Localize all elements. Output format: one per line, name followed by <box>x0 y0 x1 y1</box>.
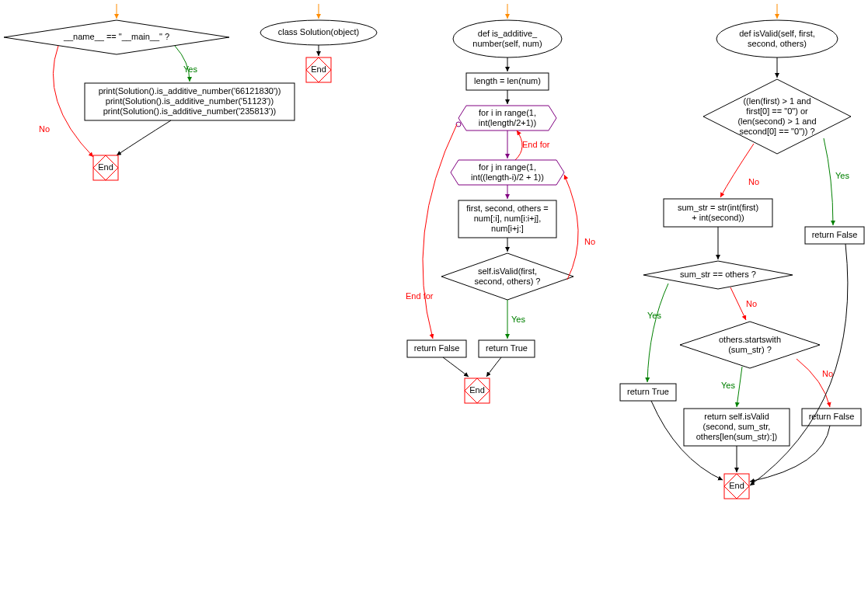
funcdef-additive-l2: number(self, num) <box>472 39 542 48</box>
edge-startswith-no <box>797 359 830 407</box>
loop-i: for i in range(1, int(length/2+1)) <box>458 106 556 130</box>
edge-endfor-inner <box>515 130 522 160</box>
process-sumstr-l2: + int(second)) <box>692 213 744 222</box>
return-false-c2-text: return False <box>414 343 460 353</box>
funcdef-isvalid-l2: second, others) <box>748 39 807 48</box>
end-class-text: End <box>311 64 326 74</box>
edge-isvalid-no-label: No <box>584 237 595 246</box>
return-false-c3a-text: return False <box>812 230 858 239</box>
end-c3-text: End <box>729 481 744 490</box>
decision-leadzero: ((len(first) > 1 and first[0] == "0") or… <box>703 79 851 154</box>
decision-isvalid: self.isValid(first, second, others) ? <box>441 253 573 300</box>
process-sumstr-l1: sum_str = str(int(first) <box>678 203 758 212</box>
process-split-l1: first, second, others = <box>466 204 548 213</box>
process-split-l2: num[:i], num[i:i+j], <box>474 214 542 223</box>
process-recurse: return self.isValid (second, sum_str, ot… <box>684 409 790 446</box>
process-split: first, second, others = num[:i], num[i:i… <box>458 200 556 238</box>
edge-endfor-inner-label: End for <box>522 140 550 149</box>
loop-j-l1: for j in range(1, <box>479 162 536 172</box>
edge-main-no-label: No <box>39 124 50 134</box>
funcdef-isvalid: def isValid(self, first, second, others) <box>716 20 838 57</box>
process-length: length = len(num) <box>466 73 549 90</box>
decision-sumeq: sum_str == others ? <box>643 261 793 289</box>
edge-rt-end-c2 <box>486 357 501 377</box>
end-node-c3: End <box>724 474 749 499</box>
edge-startswith-no-label: No <box>822 369 833 378</box>
edge-sumeq-no-label: No <box>746 299 757 308</box>
funcdef-additive: def is_additive_ number(self, num) <box>453 20 562 57</box>
decision-leadzero-l4: second[0] == "0")) ? <box>739 127 814 136</box>
edge-main-yes <box>175 46 190 82</box>
edge-sumeq-yes-label: Yes <box>647 311 661 320</box>
decision-sumeq-text: sum_str == others ? <box>680 270 756 279</box>
decision-leadzero-l1: ((len(first) > 1 and <box>743 96 810 106</box>
class-def-text: class Solution(object) <box>278 27 360 37</box>
end-1-text: End <box>98 162 113 172</box>
return-false-c3a: return False <box>805 227 864 244</box>
end-node-class: End <box>306 57 331 82</box>
edge-isvalid-no <box>564 175 578 280</box>
class-def: class Solution(object) <box>260 20 377 45</box>
process-print: print(Solution().is_additive_number('661… <box>85 83 295 120</box>
return-true-c2-text: return True <box>486 343 528 353</box>
funcdef-additive-l1: def is_additive_ <box>478 29 538 38</box>
edge-leadzero-yes <box>824 138 833 225</box>
process-sumstr: sum_str = str(int(first) + int(second)) <box>664 199 772 227</box>
loop-j: for j in range(1, int((length-i)/2 + 1)) <box>451 160 564 185</box>
decision-main-text: __name__ == "__main__" ? <box>63 32 169 41</box>
funcdef-isvalid-l1: def isValid(self, first, <box>739 29 815 38</box>
decision-isvalid-l1: self.isValid(first, <box>478 266 537 276</box>
edge-startswith-yes-label: Yes <box>721 381 735 390</box>
edge-sumeq-no <box>730 287 746 320</box>
decision-leadzero-l2: first[0] == "0") or <box>746 106 808 116</box>
end-c2-text: End <box>469 385 485 395</box>
return-true-c3: return True <box>620 384 676 401</box>
process-recurse-l3: others[len(sum_str):]) <box>696 432 778 441</box>
edge-leadzero-yes-label: Yes <box>835 171 849 180</box>
end-node-c2: End <box>465 378 490 403</box>
edge-startswith-yes <box>737 367 742 407</box>
process-length-text: length = len(num) <box>474 76 541 85</box>
edge-main-yes-label: Yes <box>183 64 197 74</box>
edge-sumeq-yes <box>647 284 668 382</box>
loop-i-l1: for i in range(1, <box>479 108 536 117</box>
process-print-l1: print(Solution().is_additive_number('661… <box>99 86 281 96</box>
return-false-c3b: return False <box>802 409 861 426</box>
decision-leadzero-l3: (len(second) > 1 and <box>737 117 816 126</box>
edge-endfor-outer <box>423 124 457 339</box>
decision-startswith-l1: others.startswith <box>719 335 781 344</box>
return-false-c2: return False <box>407 340 466 357</box>
edge-leadzero-no <box>720 144 754 197</box>
return-false-c3b-text: return False <box>809 412 855 421</box>
process-recurse-l2: (second, sum_str, <box>703 422 771 431</box>
process-split-l3: num[i+j:] <box>491 224 524 233</box>
decision-main: __name__ == "__main__" ? <box>4 20 229 54</box>
edge-endfor-outer-label: End for <box>406 291 434 301</box>
edge-print-end <box>117 120 171 155</box>
process-print-l2: print(Solution().is_additive_number('511… <box>106 96 274 106</box>
process-print-l3: print(Solution().is_additive_number('235… <box>103 106 276 116</box>
edge-leadzero-no-label: No <box>748 177 759 186</box>
edge-rf-end-c2 <box>443 357 469 377</box>
return-true-c3-text: return True <box>627 387 669 396</box>
return-true-c2: return True <box>479 340 535 357</box>
loop-i-l2: int(length/2+1)) <box>479 118 536 127</box>
decision-isvalid-l2: second, others) ? <box>475 277 541 286</box>
end-node-1: End <box>93 155 118 180</box>
decision-startswith-l2: (sum_str) ? <box>728 345 772 354</box>
edge-isvalid-yes-label: Yes <box>511 315 525 324</box>
process-recurse-l1: return self.isValid <box>704 412 769 421</box>
loop-j-l2: int((length-i)/2 + 1)) <box>471 172 544 182</box>
